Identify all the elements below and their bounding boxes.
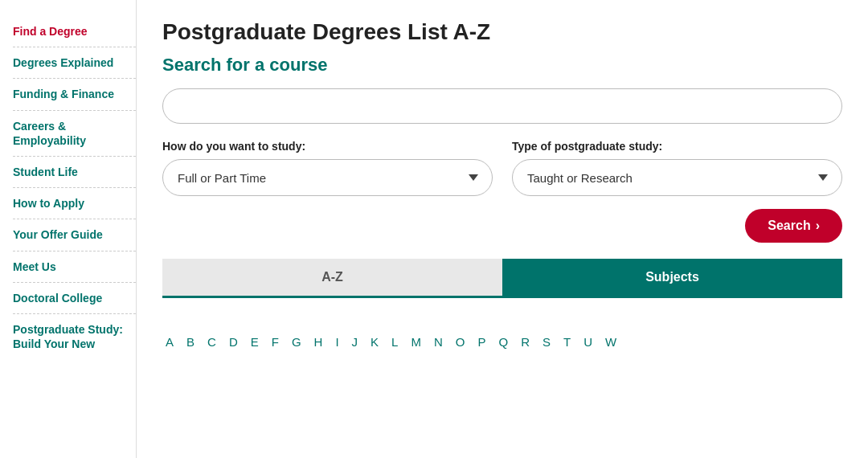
study-mode-group: How do you want to study: Full or Part T… <box>162 140 493 196</box>
alpha-letter-I[interactable]: I <box>332 333 342 350</box>
alpha-letter-C[interactable]: C <box>204 333 219 350</box>
tabs: A-ZSubjects <box>162 259 842 298</box>
alpha-letter-Q[interactable]: Q <box>495 333 511 350</box>
alpha-letter-L[interactable]: L <box>388 333 401 350</box>
study-type-group: Type of postgraduate study: Taught or Re… <box>512 140 842 196</box>
alpha-letter-M[interactable]: M <box>407 333 424 350</box>
alpha-letter-D[interactable]: D <box>226 333 241 350</box>
alpha-letter-E[interactable]: E <box>248 333 262 350</box>
alpha-letter-S[interactable]: S <box>539 333 554 350</box>
alpha-letter-G[interactable]: G <box>289 333 305 350</box>
study-mode-label: How do you want to study: <box>162 140 493 153</box>
filter-row: How do you want to study: Full or Part T… <box>162 140 842 196</box>
alpha-letter-A[interactable]: A <box>162 333 177 350</box>
tab-subjects[interactable]: Subjects <box>502 259 842 296</box>
study-mode-select-wrapper: Full or Part Time Full Time Part Time <box>162 159 493 196</box>
sidebar-item-doctoral-college[interactable]: Doctoral College <box>13 283 136 314</box>
alpha-letter-F[interactable]: F <box>268 333 282 350</box>
main-content: Postgraduate Degrees List A-Z Search for… <box>137 0 868 458</box>
study-type-label: Type of postgraduate study: <box>512 140 842 153</box>
sidebar-item-funding-finance[interactable]: Funding & Finance <box>13 79 136 110</box>
sidebar-item-how-to-apply[interactable]: How to Apply <box>13 188 136 219</box>
sidebar-item-your-offer-guide[interactable]: Your Offer Guide <box>13 219 136 251</box>
sidebar-item-degrees-explained[interactable]: Degrees Explained <box>13 47 136 79</box>
alphabet-nav: ABCDEFGHIJKLMNOPQRSTUW <box>162 317 842 350</box>
alpha-letter-P[interactable]: P <box>474 333 489 350</box>
sidebar-item-meet-us[interactable]: Meet Us <box>13 251 136 283</box>
search-button-label: Search <box>768 219 810 233</box>
alpha-letter-R[interactable]: R <box>518 333 533 350</box>
page-title: Postgraduate Degrees List A-Z <box>162 19 842 45</box>
study-mode-select[interactable]: Full or Part Time Full Time Part Time <box>162 159 493 196</box>
search-button[interactable]: Search › <box>745 209 842 243</box>
alpha-letter-B[interactable]: B <box>183 333 198 350</box>
search-heading: Search for a course <box>162 55 842 76</box>
alpha-letter-K[interactable]: K <box>367 333 382 350</box>
alpha-letter-T[interactable]: T <box>560 333 574 350</box>
sidebar-item-careers-employability[interactable]: Careers & Employability <box>13 111 136 157</box>
search-arrow-icon: › <box>816 219 820 233</box>
alpha-letter-H[interactable]: H <box>311 333 326 350</box>
sidebar-item-postgraduate-study[interactable]: Postgraduate Study: Build Your New <box>13 314 136 359</box>
search-button-row: Search › <box>162 209 842 243</box>
sidebar-item-find-a-degree[interactable]: Find a Degree <box>13 16 136 47</box>
sidebar-item-student-life[interactable]: Student Life <box>13 157 136 188</box>
alpha-letter-O[interactable]: O <box>452 333 469 350</box>
study-type-select[interactable]: Taught or Research Taught Research <box>512 159 842 196</box>
study-type-select-wrapper: Taught or Research Taught Research <box>512 159 842 196</box>
alpha-letter-J[interactable]: J <box>349 333 362 350</box>
alpha-letter-N[interactable]: N <box>431 333 446 350</box>
alpha-letter-U[interactable]: U <box>580 333 596 350</box>
tab-az[interactable]: A-Z <box>162 259 502 296</box>
alpha-letter-W[interactable]: W <box>602 333 620 350</box>
course-search-input[interactable] <box>162 88 842 124</box>
sidebar: Find a DegreeDegrees ExplainedFunding & … <box>0 0 137 458</box>
